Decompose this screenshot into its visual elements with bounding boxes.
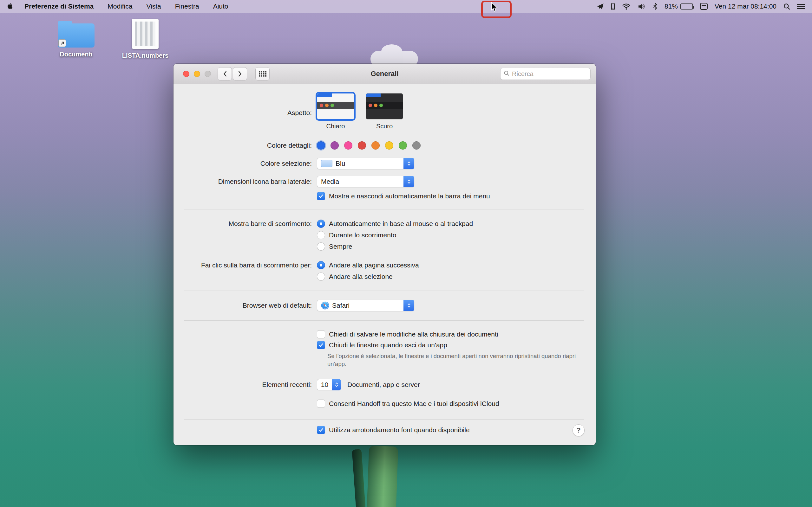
font-smoothing-checkbox[interactable] <box>317 426 325 434</box>
highlight-color-swatch <box>321 160 333 167</box>
recent-items-stepper[interactable]: 10 <box>317 379 341 390</box>
appearance-row: Aspetto: Chiaro Scuro <box>173 93 596 130</box>
appearance-option-dark[interactable]: Scuro <box>366 93 403 130</box>
folder-alias-icon <box>58 20 95 48</box>
search-icon <box>504 70 509 78</box>
battery-percent: 81% <box>664 3 678 10</box>
wallpaper-flower-stem <box>351 444 415 507</box>
recent-items-label: Elementi recenti: <box>173 379 312 390</box>
sidebar-size-select[interactable]: Media <box>317 176 414 187</box>
accent-color-dot-5[interactable] <box>385 141 393 150</box>
battery-status[interactable]: 81% <box>664 3 693 10</box>
accent-color-row <box>317 140 420 151</box>
battery-icon <box>680 3 693 9</box>
menubar-clock[interactable]: Ven 12 mar 08:14:00 <box>715 3 776 10</box>
search-field[interactable] <box>500 68 591 80</box>
menubar: Preferenze di Sistema Modifica Vista Fin… <box>0 0 812 13</box>
sidebar-size-value: Media <box>321 178 339 185</box>
wifi-icon[interactable] <box>622 3 630 10</box>
scrollbars-option-label: Automaticamente in base al mouse o al tr… <box>329 220 473 228</box>
accent-color-dot-4[interactable] <box>371 141 380 150</box>
ask-save-checkbox[interactable] <box>317 330 325 338</box>
appearance-dark-label: Scuro <box>366 123 403 130</box>
scroll-click-radio-page[interactable] <box>317 261 325 269</box>
stepper-arrows-icon[interactable] <box>332 379 341 390</box>
appearance-dark-preview[interactable] <box>366 93 403 119</box>
menu-vista[interactable]: Vista <box>146 3 161 10</box>
scroll-click-radio-spot[interactable] <box>317 273 325 281</box>
menubar-app-title[interactable]: Preferenze di Sistema <box>24 3 94 10</box>
menubar-autohide-checkbox[interactable] <box>317 192 325 200</box>
apple-menu-icon[interactable] <box>7 3 13 10</box>
titlebar[interactable]: Generali <box>173 64 596 84</box>
sidebar-size-label: Dimensioni icona barra laterale: <box>173 176 312 187</box>
highlight-color-row: Colore selezione: Blu <box>173 158 596 169</box>
accent-color-dot-2[interactable] <box>344 141 352 150</box>
accent-color-dot-1[interactable] <box>331 141 339 150</box>
menu-finestra[interactable]: Finestra <box>175 3 199 10</box>
numbers-file-icon <box>132 19 159 49</box>
accent-color-dot-3[interactable] <box>358 141 366 150</box>
handoff-checkbox[interactable] <box>317 400 325 408</box>
scrollbars-option-label: Durante lo scorrimento <box>329 231 396 239</box>
divider <box>184 419 584 419</box>
appearance-option-light[interactable]: Chiaro <box>317 93 354 130</box>
general-pane: Aspetto: Chiaro Scuro <box>173 84 596 445</box>
handoff-row: Consenti Handoff tra questo Mac e i tuoi… <box>173 398 596 409</box>
scrollbars-option-label: Sempre <box>329 243 352 250</box>
list-icon[interactable] <box>797 3 805 9</box>
ask-save-label: Chiedi di salvare le modifiche alla chiu… <box>329 331 498 338</box>
accent-color-row-wrap: Colore dettagli: <box>173 140 596 151</box>
desktop-icon-label: LISTA.numbers <box>113 52 177 59</box>
accent-color-dot-7[interactable] <box>412 141 420 150</box>
popup-arrows-icon <box>403 158 414 169</box>
forward-button[interactable] <box>233 67 247 80</box>
highlight-color-label: Colore selezione: <box>173 158 312 169</box>
appearance-light-preview[interactable] <box>317 93 354 119</box>
default-browser-row: Browser web di default: Safari <box>173 300 596 311</box>
desktop-icon-documenti[interactable]: Documenti <box>44 20 108 58</box>
input-source-icon[interactable] <box>700 3 708 10</box>
device-icon[interactable] <box>611 3 615 10</box>
menu-modifica[interactable]: Modifica <box>107 3 132 10</box>
desktop-icon-lista-numbers[interactable]: LISTA.numbers <box>113 19 177 59</box>
highlight-color-value: Blu <box>336 160 345 167</box>
default-browser-select[interactable]: Safari <box>317 300 414 311</box>
scrollbars-radio-scrolling[interactable] <box>317 231 325 239</box>
search-input[interactable] <box>512 70 587 78</box>
desktop-icon-label: Documenti <box>44 51 108 58</box>
ask-save-row: Chiedi di salvare le modifiche alla chiu… <box>173 329 596 340</box>
help-button[interactable]: ? <box>572 424 585 436</box>
scrollbars-radio-always[interactable] <box>317 242 325 250</box>
divider <box>184 291 584 291</box>
divider <box>184 209 584 210</box>
close-windows-note: Se l'opzione è selezionata, le finestre … <box>327 352 578 368</box>
close-button[interactable] <box>183 71 189 77</box>
back-button[interactable] <box>217 67 232 80</box>
show-all-grid-button[interactable] <box>255 67 270 80</box>
spotlight-icon[interactable] <box>783 3 790 10</box>
close-windows-checkbox[interactable] <box>317 341 325 349</box>
scrollbars-label: Mostra barre di scorrimento: <box>173 218 312 229</box>
accent-color-dot-6[interactable] <box>399 141 407 150</box>
recent-items-value: 10 <box>317 379 332 390</box>
system-preferences-window: Generali Aspetto: Chiaro <box>173 64 596 445</box>
font-smoothing-label: Utilizza arrotondamento font quando disp… <box>329 426 470 434</box>
mouse-cursor <box>490 2 499 14</box>
accent-color-dot-0[interactable] <box>317 141 325 150</box>
recent-items-row: Elementi recenti: 10 Documenti, app e se… <box>173 379 596 390</box>
sidebar-size-row: Dimensioni icona barra laterale: Media <box>173 176 596 187</box>
appearance-light-label: Chiaro <box>317 123 354 130</box>
minimize-button[interactable] <box>194 71 200 77</box>
highlight-color-select[interactable]: Blu <box>317 158 414 169</box>
scrollbars-radio-auto[interactable] <box>317 220 325 228</box>
scroll-click-option-label: Andare alla pagina successiva <box>329 262 419 269</box>
menu-aiuto[interactable]: Aiuto <box>213 3 229 10</box>
handoff-label: Consenti Handoff tra questo Mac e i tuoi… <box>329 400 499 407</box>
safari-icon <box>321 301 329 309</box>
send-icon[interactable] <box>597 3 604 9</box>
font-smoothing-row: Utilizza arrotondamento font quando disp… <box>173 424 596 436</box>
bluetooth-icon[interactable] <box>653 3 658 10</box>
alias-arrow-icon <box>58 39 66 47</box>
volume-icon[interactable] <box>638 3 646 10</box>
